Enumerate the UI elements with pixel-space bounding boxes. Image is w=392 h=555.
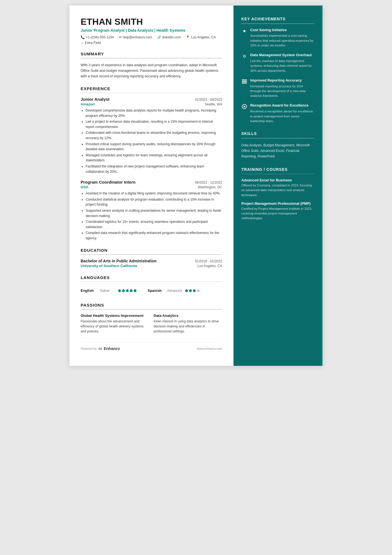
location-icon: 📍 (186, 35, 190, 39)
achievements-title: KEY ACHIEVEMENTS (241, 17, 315, 21)
location-text: Los Angeles, CA (191, 35, 216, 39)
contact-row: 📞 +1-(234)-555-1234 ✉ help@enhancv.com 🔗… (81, 35, 222, 45)
location-contact: 📍 Los Angeles, CA (186, 35, 216, 39)
passion-title-2: Data Analytics (154, 314, 222, 318)
exp-bullets-1: Developed comprehensive data analysis re… (81, 108, 222, 174)
dot-e-1 (118, 289, 121, 292)
passion-desc-2: Keen interest in using data analytics to… (154, 319, 222, 334)
svg-rect-0 (242, 80, 247, 80)
star-icon: ☆ (81, 41, 84, 45)
bullet-1-2: Led a project to enhance data visualizat… (86, 119, 222, 129)
education-section: EDUCATION Bachelor of Arts in Public Adm… (81, 248, 222, 268)
dot-s-3 (193, 289, 196, 292)
lang-spanish: Spanish Advanced (148, 288, 200, 293)
linkedin-contact: 🔗 linkedin.com (157, 35, 181, 39)
lang-dots-spanish (185, 289, 200, 292)
summary-divider (81, 58, 222, 58)
languages-section: LANGUAGES English Native Spanish (81, 275, 222, 296)
achievement-4: Recognition Award for Excellence Receive… (241, 103, 315, 124)
experience-divider (81, 93, 222, 93)
dot-e-2 (122, 289, 125, 292)
exp-subrow-2: GSA Washington, DC (81, 185, 222, 189)
languages-divider (81, 282, 222, 282)
exp-entry-1: Junior Analyst 01/2023 - 09/2023 Amazon … (81, 97, 222, 174)
dot-s-1 (185, 289, 188, 292)
achievement-title-2: Data Management System Overhaul (250, 53, 315, 58)
achievement-title-3: Improved Reporting Accuracy (250, 78, 315, 83)
lang-level-spanish: Advanced (167, 289, 182, 293)
achievement-desc-2: Led the overhaul of data management syst… (250, 59, 315, 73)
edu-header-1: Bachelor of Arts in Public Administratio… (81, 259, 222, 263)
exp-company-1: Amazon (81, 102, 95, 106)
passions-grid: Global Health Systems Improvement Passio… (81, 314, 222, 334)
brand-name: Enhancv (104, 346, 120, 351)
training-title-1: Advanced Excel for Business (241, 178, 315, 182)
bullet-2-4: Coordinated logistics for 15+ events, en… (86, 219, 222, 230)
experience-section: EXPERIENCE Junior Analyst 01/2023 - 09/2… (81, 86, 222, 241)
achievement-desc-1: Successfully implemented a cost-saving i… (250, 33, 315, 48)
languages-row: English Native Spanish Advanced (81, 286, 222, 295)
resume-container: ETHAN SMITH Junior Program Analyst | Dat… (70, 6, 322, 366)
bullet-2-5: Compiled data research that significantl… (86, 230, 222, 241)
education-divider (81, 254, 222, 255)
achievement-icon-4 (241, 103, 247, 110)
achievement-icon-1: ★ (241, 28, 247, 34)
edu-dates-1: 01/2018 - 01/2022 (195, 259, 222, 263)
link-icon: 🔗 (157, 35, 161, 39)
passions-section: PASSIONS Global Health Systems Improveme… (81, 303, 222, 334)
dot-s-4 (197, 289, 200, 292)
bullet-2-1: Assisted in the creation of a digital fi… (86, 191, 222, 196)
phone-number: +1-(234)-555-1234 (86, 35, 114, 39)
training-item-1: Advanced Excel for Business Offered by C… (241, 178, 315, 198)
email-icon: ✉ (119, 35, 121, 39)
header: ETHAN SMITH Junior Program Analyst | Dat… (81, 17, 222, 45)
bullet-1-4: Provided critical support during quarter… (86, 142, 222, 152)
lang-level-english: Native (100, 289, 115, 293)
phone-contact: 📞 +1-(234)-555-1234 (81, 35, 114, 39)
summary-text: With 3 years of experience in data analy… (81, 62, 222, 79)
achievement-title-4: Recognition Award for Excellence (250, 103, 315, 108)
achievement-icon-3 (241, 78, 247, 85)
summary-title: SUMMARY (81, 51, 222, 56)
passion-title-1: Global Health Systems Improvement (81, 314, 149, 318)
summary-section: SUMMARY With 3 years of experience in da… (81, 51, 222, 79)
training-title-2: Project Management Professional (PMP) (241, 201, 315, 206)
dot-s-2 (189, 289, 192, 292)
exp-title-1: Junior Analyst (81, 97, 110, 102)
achievements-divider (241, 23, 315, 24)
svg-rect-1 (242, 81, 247, 82)
exp-bullets-2: Assisted in the creation of a digital fi… (81, 191, 222, 241)
lang-english: English Native (81, 288, 137, 293)
passions-divider (81, 309, 222, 310)
extra-field-text: Extra Field (85, 41, 101, 45)
svg-point-4 (244, 106, 245, 107)
bullet-2-2: Conducted statistical analysis for progr… (86, 197, 222, 207)
exp-header-1: Junior Analyst 01/2023 - 09/2023 (81, 97, 222, 102)
passion-item-2: Data Analytics Keen interest in using da… (154, 314, 222, 334)
right-column: KEY ACHIEVEMENTS ★ Cost Saving Initiativ… (234, 6, 322, 366)
phone-icon: 📞 (81, 35, 85, 39)
passion-item-1: Global Health Systems Improvement Passio… (81, 314, 149, 334)
dot-e-3 (126, 289, 129, 292)
edu-subrow-1: University of Southern California Los An… (81, 264, 222, 268)
email-address: help@enhancv.com (123, 35, 152, 39)
exp-dates-1: 01/2023 - 09/2023 (195, 98, 222, 102)
email-contact: ✉ help@enhancv.com (119, 35, 152, 39)
exp-company-2: GSA (81, 185, 88, 189)
bullet-1-5: Managed schedules and logistics for team… (86, 153, 222, 163)
edu-degree-1: Bachelor of Arts in Public Administratio… (81, 259, 157, 263)
bullet-1-3: Collaborated with cross-functional teams… (86, 130, 222, 140)
achievement-icon-2: ⚙ (241, 53, 247, 59)
experience-title: EXPERIENCE (81, 86, 222, 91)
dot-e-5 (134, 289, 137, 292)
header-subtitle: Junior Program Analyst | Data Analysis |… (81, 28, 222, 33)
dot-e-4 (130, 289, 133, 292)
achievement-desc-3: Increased reporting accuracy by 25% thro… (250, 84, 315, 98)
bullet-1-6: Facilitated the integration of new proje… (86, 164, 222, 174)
achievements-section: KEY ACHIEVEMENTS ★ Cost Saving Initiativ… (241, 17, 315, 124)
bullet-1-1: Developed comprehensive data analysis re… (86, 108, 222, 118)
training-desc-2: Certified by Project Management Institut… (241, 206, 315, 221)
achievement-content-4: Recognition Award for Excellence Receive… (250, 103, 315, 124)
languages-title: LANGUAGES (81, 275, 222, 280)
skills-text: Data Analysis, Budget Management, Micros… (241, 142, 315, 159)
